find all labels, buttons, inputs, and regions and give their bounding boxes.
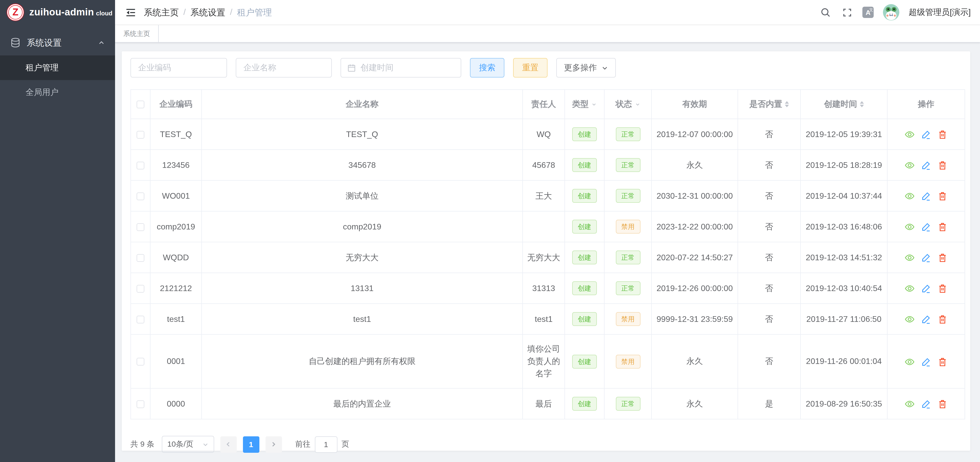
edit-icon[interactable] <box>921 222 931 232</box>
language-icon[interactable]: A文 <box>862 7 874 18</box>
more-actions-button[interactable]: 更多操作 <box>556 58 616 78</box>
chevron-right-icon <box>270 441 277 448</box>
status-badge: 正常 <box>616 251 640 264</box>
breadcrumb-system-settings[interactable]: 系统设置 <box>190 6 225 18</box>
row-checkbox[interactable] <box>137 400 144 408</box>
page-number-button[interactable]: 1 <box>243 436 259 452</box>
chevron-up-icon <box>98 39 105 46</box>
view-icon[interactable] <box>905 314 915 325</box>
cell-type: 创建 <box>565 181 604 211</box>
column-header[interactable]: 创建时间 <box>800 90 887 119</box>
column-header[interactable]: 类型 <box>565 90 604 119</box>
delete-icon[interactable] <box>937 160 948 171</box>
row-checkbox[interactable] <box>137 162 144 170</box>
cell-created-time: 2019-12-05 18:28:19 <box>800 150 887 181</box>
view-icon[interactable] <box>905 160 915 171</box>
breadcrumb-separator: / <box>183 7 186 17</box>
cell-builtin: 否 <box>738 242 800 273</box>
created-time-picker[interactable]: 创建时间 <box>340 58 461 78</box>
row-checkbox[interactable] <box>137 131 144 138</box>
cell-validity: 2030-12-31 00:00:00 <box>652 181 738 211</box>
view-icon[interactable] <box>905 253 915 263</box>
sort-caret-icon[interactable] <box>785 101 789 107</box>
reset-button[interactable]: 重置 <box>513 58 547 78</box>
row-checkbox[interactable] <box>137 285 144 293</box>
cell-created-time: 2019-11-26 00:01:04 <box>800 335 887 388</box>
main-area: 系统主页 / 系统设置 / 租户管理 A文 <box>115 0 980 462</box>
status-badge: 禁用 <box>616 220 640 233</box>
cell-actions <box>887 211 965 242</box>
tab-system-home[interactable]: 系统主页 <box>115 25 159 42</box>
edit-icon[interactable] <box>921 284 931 294</box>
edit-icon[interactable] <box>921 130 931 140</box>
edit-icon[interactable] <box>921 160 931 171</box>
edit-icon[interactable] <box>921 253 931 263</box>
user-name[interactable]: 超级管理员[演示] <box>908 7 971 18</box>
cell-builtin: 否 <box>738 150 800 181</box>
row-checkbox[interactable] <box>137 223 144 231</box>
delete-icon[interactable] <box>937 253 948 263</box>
avatar[interactable] <box>883 4 899 21</box>
select-all-header[interactable] <box>131 90 150 119</box>
view-icon[interactable] <box>905 130 915 140</box>
column-label: 创建时间 <box>824 99 857 110</box>
cell-actions <box>887 181 965 211</box>
edit-icon[interactable] <box>921 399 931 410</box>
search-toolbar: 创建时间 搜索 重置 更多操作 <box>130 58 964 78</box>
calendar-icon <box>347 64 356 72</box>
chevron-left-icon <box>225 441 232 448</box>
row-checkbox[interactable] <box>137 192 144 200</box>
column-header[interactable]: 状态 <box>604 90 652 119</box>
delete-icon[interactable] <box>937 399 948 410</box>
column-label: 状态 <box>616 99 632 110</box>
cell-builtin: 否 <box>738 273 800 304</box>
row-select-cell <box>131 181 150 211</box>
view-icon[interactable] <box>905 399 915 410</box>
menu-fold-icon[interactable] <box>124 6 137 19</box>
company-name-input[interactable] <box>236 58 332 78</box>
next-page-button[interactable] <box>265 436 282 452</box>
pagination-total: 共 9 条 <box>130 440 154 449</box>
view-icon[interactable] <box>905 284 915 294</box>
search-button[interactable]: 搜索 <box>470 58 504 78</box>
edit-icon[interactable] <box>921 191 931 202</box>
row-select-cell <box>131 119 150 150</box>
type-badge: 创建 <box>572 312 597 326</box>
fullscreen-icon[interactable] <box>841 6 853 19</box>
sidebar-item-global-users[interactable]: 全局用户 <box>0 80 115 105</box>
view-icon[interactable] <box>905 222 915 232</box>
company-code-input[interactable] <box>130 58 227 78</box>
view-icon[interactable] <box>905 191 915 202</box>
cell-builtin: 否 <box>738 335 800 388</box>
page-size-select[interactable]: 10条/页 <box>162 436 214 453</box>
sort-caret-icon[interactable] <box>859 101 864 107</box>
content-area: 创建时间 搜索 重置 更多操作 企业编码企业名称责任人类型状态有 <box>115 43 980 462</box>
sidebar-group-system-settings[interactable]: 系统设置 <box>0 30 115 56</box>
row-select-cell <box>131 150 150 181</box>
delete-icon[interactable] <box>937 314 948 325</box>
edit-icon[interactable] <box>921 314 931 325</box>
sidebar-item-tenant-management[interactable]: 租户管理 <box>0 56 115 80</box>
column-header[interactable]: 是否内置 <box>738 90 800 119</box>
tenant-card: 创建时间 搜索 重置 更多操作 企业编码企业名称责任人类型状态有 <box>122 51 970 451</box>
cell-status: 正常 <box>604 242 652 273</box>
row-checkbox[interactable] <box>137 358 144 366</box>
status-badge: 正常 <box>616 158 640 172</box>
goto-page-input[interactable] <box>315 436 337 452</box>
breadcrumb-home[interactable]: 系统主页 <box>144 6 179 18</box>
delete-icon[interactable] <box>937 284 948 294</box>
type-badge: 创建 <box>572 251 597 264</box>
cell-owner: 31313 <box>523 273 565 304</box>
row-checkbox[interactable] <box>137 316 144 323</box>
prev-page-button[interactable] <box>220 436 237 452</box>
select-all-checkbox[interactable] <box>137 101 144 109</box>
search-icon[interactable] <box>819 6 832 19</box>
delete-icon[interactable] <box>937 191 948 202</box>
row-checkbox[interactable] <box>137 254 144 262</box>
delete-icon[interactable] <box>937 222 948 232</box>
view-icon[interactable] <box>905 357 915 367</box>
edit-icon[interactable] <box>921 357 931 367</box>
delete-icon[interactable] <box>937 130 948 140</box>
delete-icon[interactable] <box>937 357 948 367</box>
goto-page: 前往 页 <box>295 436 349 452</box>
